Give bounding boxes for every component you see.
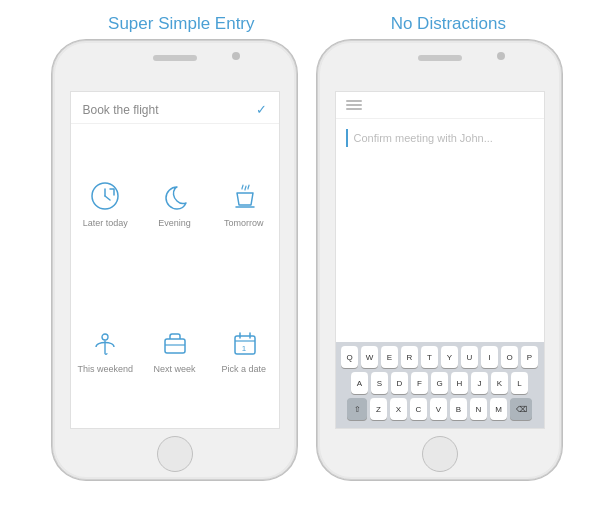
time-option-this-weekend[interactable]: This weekend — [71, 276, 140, 422]
phone-top-left — [53, 41, 296, 91]
key-w[interactable]: W — [361, 346, 378, 368]
home-button-right[interactable] — [422, 436, 458, 472]
key-c[interactable]: C — [410, 398, 427, 420]
right-phone: Confirm meeting with John... Q W E R T Y… — [317, 40, 562, 480]
nd-input-area: Confirm meeting with John... — [336, 119, 544, 342]
home-button-left[interactable] — [157, 436, 193, 472]
menu-line-1 — [346, 100, 362, 102]
keyboard-row-1: Q W E R T Y U I O P — [339, 346, 541, 368]
key-z[interactable]: Z — [370, 398, 387, 420]
menu-line-3 — [346, 108, 362, 110]
later-today-icon — [87, 178, 123, 214]
time-option-evening[interactable]: Evening — [140, 130, 209, 276]
key-n[interactable]: N — [470, 398, 487, 420]
this-weekend-icon — [87, 324, 123, 360]
tomorrow-icon — [226, 178, 262, 214]
key-o[interactable]: O — [501, 346, 518, 368]
key-f[interactable]: F — [411, 372, 428, 394]
nd-header — [336, 92, 544, 119]
svg-rect-6 — [165, 339, 185, 353]
keyboard-row-2: A S D F G H J K L — [339, 372, 541, 394]
key-e[interactable]: E — [381, 346, 398, 368]
key-m[interactable]: M — [490, 398, 507, 420]
key-h[interactable]: H — [451, 372, 468, 394]
phone-bottom-right — [422, 429, 458, 479]
nd-placeholder-text: Confirm meeting with John... — [354, 132, 493, 144]
key-i[interactable]: I — [481, 346, 498, 368]
time-option-next-week[interactable]: Next week — [140, 276, 209, 422]
this-weekend-label: This weekend — [77, 364, 133, 374]
key-shift[interactable]: ⇧ — [347, 398, 367, 420]
task-text: Book the flight — [83, 103, 159, 117]
pick-a-date-label: Pick a date — [222, 364, 267, 374]
time-option-later-today[interactable]: Later today — [71, 130, 140, 276]
keyboard: Q W E R T Y U I O P A S D F G H — [336, 342, 544, 428]
key-a[interactable]: A — [351, 372, 368, 394]
phone-bottom-left — [157, 429, 193, 479]
key-r[interactable]: R — [401, 346, 418, 368]
phones-container: Book the flight ✓ Later today — [32, 40, 582, 480]
time-options-grid: Later today Evening — [71, 124, 279, 428]
right-title: No Distractions — [391, 14, 506, 34]
key-l[interactable]: L — [511, 372, 528, 394]
evening-label: Evening — [158, 218, 191, 228]
checkmark-icon: ✓ — [256, 102, 267, 117]
phone-top-right — [318, 41, 561, 91]
right-screen: Confirm meeting with John... Q W E R T Y… — [335, 91, 545, 429]
key-y[interactable]: Y — [441, 346, 458, 368]
key-s[interactable]: S — [371, 372, 388, 394]
key-v[interactable]: V — [430, 398, 447, 420]
key-p[interactable]: P — [521, 346, 538, 368]
keyboard-row-3: ⇧ Z X C V B N M ⌫ — [339, 398, 541, 420]
key-j[interactable]: J — [471, 372, 488, 394]
left-title: Super Simple Entry — [108, 14, 254, 34]
hamburger-menu-icon[interactable] — [346, 100, 534, 110]
menu-line-2 — [346, 104, 362, 106]
key-q[interactable]: Q — [341, 346, 358, 368]
key-k[interactable]: K — [491, 372, 508, 394]
time-option-tomorrow[interactable]: Tomorrow — [209, 130, 278, 276]
key-delete[interactable]: ⌫ — [510, 398, 532, 420]
key-t[interactable]: T — [421, 346, 438, 368]
left-screen: Book the flight ✓ Later today — [70, 91, 280, 429]
evening-icon — [156, 178, 192, 214]
speaker-right — [418, 55, 462, 61]
nd-input-field[interactable]: Confirm meeting with John... — [346, 129, 534, 147]
svg-line-2 — [105, 196, 110, 200]
svg-point-4 — [102, 334, 108, 340]
key-g[interactable]: G — [431, 372, 448, 394]
key-u[interactable]: U — [461, 346, 478, 368]
later-today-label: Later today — [83, 218, 128, 228]
time-option-pick-a-date[interactable]: 1 Pick a date — [209, 276, 278, 422]
key-x[interactable]: X — [390, 398, 407, 420]
next-week-icon — [156, 324, 192, 360]
camera-left — [232, 52, 240, 60]
next-week-label: Next week — [153, 364, 195, 374]
key-b[interactable]: B — [450, 398, 467, 420]
task-input-area: Book the flight ✓ — [71, 92, 279, 124]
speaker-left — [153, 55, 197, 61]
key-d[interactable]: D — [391, 372, 408, 394]
camera-right — [497, 52, 505, 60]
pick-a-date-icon: 1 — [226, 324, 262, 360]
left-phone: Book the flight ✓ Later today — [52, 40, 297, 480]
svg-text:1: 1 — [242, 344, 247, 353]
tomorrow-label: Tomorrow — [224, 218, 264, 228]
